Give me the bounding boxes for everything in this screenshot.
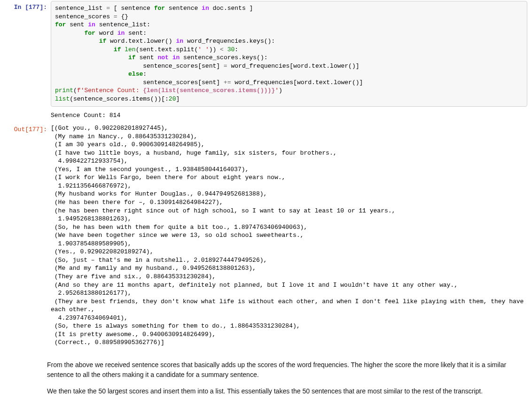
stdout-text: Sentence Count: 814 — [51, 109, 527, 122]
result-text: [(Got you., 0.9022082018927445), (My nam… — [51, 123, 527, 347]
markdown-cell: From the above we received sentence scor… — [0, 348, 532, 400]
out-prompt: Out[177]: — [0, 123, 51, 347]
empty-prompt — [0, 109, 51, 122]
markdown-paragraph-2: We then take the 50 largest scores and i… — [47, 386, 527, 396]
markdown-paragraph-1: From the above we received sentence scor… — [47, 360, 527, 380]
stdout-row: Sentence Count: 814 — [0, 108, 532, 123]
notebook: In [177]: sentence_list = [ sentence for… — [0, 0, 532, 400]
code-input-area[interactable]: sentence_list = [ sentence for sentence … — [51, 1, 527, 107]
result-row: Out[177]: [(Got you., 0.9022082018927445… — [0, 122, 532, 348]
code-cell: In [177]: sentence_list = [ sentence for… — [0, 0, 532, 108]
result-body: [(Got you., 0.9022082018927445), (My nam… — [51, 123, 532, 347]
stdout-body: Sentence Count: 814 — [51, 109, 532, 122]
code-cell-body: sentence_list = [ sentence for sentence … — [51, 1, 532, 107]
in-prompt-label: In [177]: — [14, 4, 47, 11]
in-prompt: In [177]: — [0, 1, 51, 107]
out-prompt-label: Out[177]: — [14, 126, 47, 133]
